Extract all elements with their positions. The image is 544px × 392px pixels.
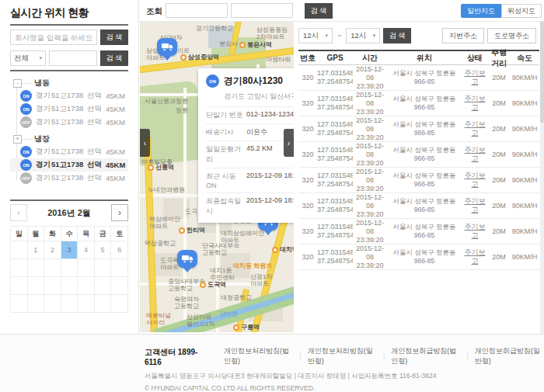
calendar-day-cell	[44, 259, 61, 277]
popup-detail-value: 012-1234-1234	[246, 110, 294, 120]
vehicle-plate: 51고1738	[51, 160, 87, 170]
table-row: 320127.03154837.25487542015-12-0823:39:2…	[298, 219, 539, 245]
footer-link[interactable]: 개인정보처리방침(법인형)	[224, 346, 293, 366]
vehicle-region: 경기	[36, 104, 51, 114]
row-status-link[interactable]: 주기보고	[462, 95, 488, 112]
calendar-day-cell[interactable]: 6	[111, 241, 128, 259]
normal-map-button[interactable]: 일반지도	[461, 4, 501, 18]
footer-link[interactable]: 개인정보취급방침(법인형)	[391, 346, 460, 366]
calendar-day-cell[interactable]: 4	[78, 241, 95, 259]
vehicle-driver: 선덕	[87, 160, 106, 170]
subway-station: 삼성중앙역	[180, 53, 219, 61]
station-dot-icon	[233, 324, 239, 331]
satellite-map-button[interactable]: 위성지도	[501, 4, 542, 18]
road-address-button[interactable]: 도로명주소	[487, 28, 536, 43]
footer-link[interactable]: 개인정보취급방침(일반형)	[475, 346, 544, 366]
row-status-link[interactable]: 주기보고	[462, 146, 488, 163]
popup-title: 경기80사1230	[224, 75, 283, 88]
row-status-link[interactable]: 주기보고	[462, 120, 488, 137]
map-label: 경기고등학교	[196, 25, 233, 32]
calendar-day-cell[interactable]: 1	[27, 241, 44, 259]
row-location: 서울시 성북구 정릉동 966-85	[387, 223, 462, 240]
vehicle-list-item[interactable]: ON경기51고1738선덕45KM	[10, 158, 128, 172]
table-row: 320127.03154837.25487542015-12-0823:39:2…	[298, 91, 539, 116]
calendar-day-cell	[111, 295, 128, 313]
chevron-right-icon: ›	[288, 139, 290, 147]
row-status-link[interactable]: 주기보고	[462, 172, 488, 189]
calendar-next-button[interactable]: ›	[111, 204, 128, 221]
time-from-select[interactable]: 12시 ▾	[298, 28, 333, 43]
vehicle-list-item[interactable]: ON경기51고1738선덕45KM	[10, 89, 128, 102]
weekday-label: 화	[44, 227, 61, 241]
row-time: 2015-12-0823:39:20	[353, 219, 387, 245]
filter-search-button[interactable]: 검색	[100, 50, 128, 66]
query-search-button[interactable]: 검색	[305, 3, 333, 19]
tree-expander-icon[interactable]: -	[13, 79, 22, 88]
row-location: 서울시 성북구 정릉동 966-85	[387, 172, 462, 189]
history-panel: 12시 ▾ ~ 12시 ▾ 검색 지번주소 도로명주소 번호 GPS 시간 위치…	[298, 22, 544, 334]
calendar-day-cell[interactable]: 2	[44, 241, 61, 259]
calendar-prev-button[interactable]: ‹	[10, 204, 27, 221]
calendar-day-cell	[44, 295, 61, 313]
popup-detail-value: 이은수	[246, 127, 267, 137]
row-status-link[interactable]: 주기보고	[462, 197, 488, 214]
row-distance: 20M	[488, 176, 510, 185]
vehicle-dist: 45KM	[106, 161, 129, 169]
footer: 고객센터 1899-6116 개인정보처리방침(법인형)|개인정보처리방침(일반…	[0, 334, 544, 392]
company-search-button[interactable]: 검색	[100, 29, 128, 45]
calendar: ‹ 2016년 2월 › 일월화수목금토123456	[10, 204, 128, 313]
map-canvas[interactable]: ON 경기80사1230 경기도 고양시 일산서구 덕이동 2 단말기 번호01…	[140, 22, 294, 332]
scrollbar-thumb[interactable]	[540, 22, 544, 123]
popup-detail-row: 최종접속일시2015-12-09 18:24	[206, 193, 294, 220]
tree-items: ON경기51고1738선덕45KMON경기51고1738선덕45KMOFF경기5…	[10, 89, 128, 129]
row-number: 320	[298, 125, 317, 134]
vehicle-list-item[interactable]: OFF경기51고1738선덕45KM	[10, 172, 128, 185]
vehicle-list-item[interactable]: ON경기51고1738선덕45KM	[10, 102, 128, 116]
row-location: 서울시 성북구 정릉동 966-85	[387, 197, 462, 214]
sidebar: 실시간 위치 현황 검색 전체 ▾ 검색 - 냉동 ON경기51고1738선덕4…	[0, 0, 139, 334]
tree-group-frozen: - 냉동 ON경기51고1738선덕45KMON경기51고1738선덕45KMO…	[10, 77, 128, 129]
row-gps: 127.03154837.2548754	[317, 146, 353, 163]
row-distance: 20M	[488, 125, 510, 134]
row-gps: 127.03154837.2548754	[317, 120, 353, 137]
calendar-day-cell[interactable]: 5	[94, 241, 111, 259]
time-to-select[interactable]: 12시 ▾	[346, 28, 380, 43]
table-header: 번호 GPS 시간 위치 상태 주행거리 속도	[298, 50, 539, 65]
company-search-input[interactable]	[10, 29, 97, 45]
truck-marker[interactable]	[177, 250, 197, 268]
footer-link[interactable]: 개인정보처리방침(일반형)	[308, 346, 377, 366]
vehicle-list-item[interactable]: ON경기51고1738선덕45KM	[10, 145, 128, 158]
scrollbar-track[interactable]	[540, 22, 544, 334]
vehicle-list-item[interactable]: OFF경기51고1738선덕45KM	[10, 116, 128, 129]
vehicle-driver: 선덕	[87, 91, 106, 101]
row-gps: 127.03154837.2548754	[317, 248, 353, 265]
query-input-1[interactable]	[166, 3, 228, 18]
truck-icon	[162, 43, 173, 51]
row-status-link[interactable]: 주기보고	[462, 69, 488, 86]
lot-address-button[interactable]: 지번주소	[442, 28, 484, 43]
footer-link-separator: |	[299, 352, 301, 360]
vehicle-dist: 45KM	[106, 118, 129, 127]
row-speed: 90KM/H	[510, 253, 539, 262]
tree-expander-icon[interactable]: +	[13, 135, 22, 144]
footer-links: 개인정보처리방침(법인형)|개인정보처리방침(일반형)|개인정보취급방침(법인형…	[224, 346, 544, 366]
filter-input[interactable]	[49, 50, 97, 66]
chevron-down-icon: ▾	[373, 33, 376, 39]
calendar-day-cell	[94, 295, 111, 313]
row-number: 320	[298, 99, 317, 108]
popup-header: ON 경기80사1230	[206, 75, 294, 88]
row-status-link[interactable]: 주기보고	[462, 248, 488, 265]
time-search-button[interactable]: 검색	[383, 28, 411, 43]
query-input-2[interactable]	[231, 3, 293, 18]
vehicle-driver: 선덕	[87, 173, 106, 183]
row-location: 서울시 성북구 정릉동 966-85	[387, 120, 462, 137]
calendar-week-row	[11, 295, 128, 313]
truck-marker[interactable]	[157, 38, 177, 56]
filter-select[interactable]: 전체 ▾	[10, 50, 46, 66]
calendar-day-cell[interactable]: 3	[61, 241, 78, 259]
footer-links-row: 고객센터 1899-6116 개인정보처리방침(법인형)|개인정보처리방침(일반…	[145, 346, 544, 366]
map-collapse-right-button[interactable]: ›	[284, 129, 294, 157]
filter-select-value: 전체	[14, 54, 29, 64]
row-status-link[interactable]: 주기보고	[462, 223, 488, 240]
map-collapse-left-button[interactable]: ‹	[140, 129, 150, 157]
